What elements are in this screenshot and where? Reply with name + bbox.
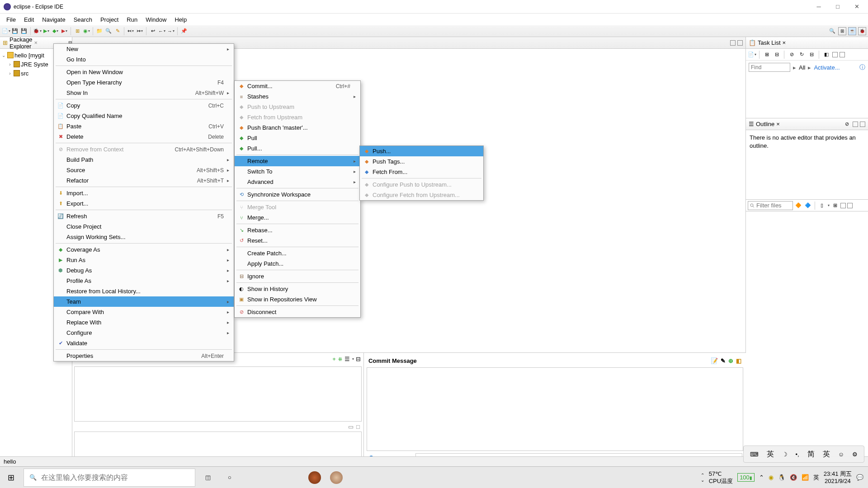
menu-item[interactable]: ⊘Disconnect [235,307,360,317]
open-type-icon[interactable]: 📁 [95,27,104,35]
menu-item[interactable]: RefactorAlt+Shift+T▸ [54,175,234,186]
menu-item[interactable]: Close Project [54,221,234,232]
task-activate-link[interactable]: Activate... [814,64,840,71]
annotation-prev-icon[interactable]: ↢▾ [127,27,135,35]
debug-icon[interactable]: 🐞▾ [33,27,41,35]
run-icon[interactable]: ▶▾ [42,27,50,35]
save-all-icon[interactable]: 💾 [20,27,28,35]
max-tasklist-icon[interactable] [840,52,845,57]
min-git-icon[interactable] [840,203,846,208]
menu-item[interactable]: Open Type HierarchyF4 [54,77,234,88]
ime-lang1[interactable]: 英 [767,450,774,459]
back-icon[interactable]: ←▾ [158,27,166,35]
menu-item[interactable]: ◆Fetch From... [360,167,483,177]
menu-item[interactable]: ◆Coverage As▸ [54,244,234,255]
hide-icon[interactable]: ◧ [822,51,830,59]
menu-item[interactable]: Create Patch... [235,248,360,258]
tray-up-icon[interactable]: ⌃ [759,474,764,481]
maximize-button[interactable]: □ [834,3,842,11]
git-ico3[interactable]: ▯ [818,202,826,210]
menu-item[interactable]: SourceAlt+Shift+S▸ [54,165,234,175]
menu-help[interactable]: Help [171,15,190,24]
ime-lang2[interactable]: 简 [807,450,815,459]
menu-item[interactable]: PropertiesAlt+Enter [54,351,234,361]
close-task-list-icon[interactable]: × [783,39,786,46]
menu-item[interactable]: ◆Push Tags... [360,156,483,167]
max-git-icon[interactable] [847,203,853,208]
max-outline-icon[interactable] [860,122,865,127]
menu-item[interactable]: 📋PasteCtrl+V [54,121,234,131]
git-ico4[interactable]: ⊞ [831,202,839,210]
filter-files-input[interactable] [748,201,793,210]
coverage-icon[interactable]: ◆▾ [51,27,59,35]
ime-smile-icon[interactable]: ☺ [838,451,844,458]
menu-item[interactable]: ⬆Export... [54,198,234,209]
menu-item[interactable]: 📄CopyCtrl+C [54,100,234,111]
menu-item[interactable]: Show InAlt+Shift+W▸ [54,88,234,98]
tray-wifi-icon[interactable]: 📶 [802,474,809,481]
search-icon[interactable]: 🔍 [104,27,113,35]
new-icon[interactable]: 📄▾ [2,27,10,35]
menu-item[interactable]: ◐Show in History [235,284,360,294]
menu-item[interactable]: ↺Reset... [235,235,360,246]
menu-item[interactable]: 📄Copy Qualified Name [54,111,234,121]
categorize-icon[interactable]: ⊞ [763,51,771,59]
menu-item[interactable]: Replace With▸ [54,317,234,328]
focus-icon[interactable]: ⊘ [788,51,796,59]
save-icon[interactable]: 💾 [11,27,19,35]
menu-item[interactable]: ◆Pull... [235,143,360,154]
menu-item[interactable]: ✔Validate [54,338,234,348]
menu-item[interactable]: Build Path▸ [54,155,234,165]
menu-item[interactable]: Assign Working Sets... [54,232,234,242]
min-tasklist-icon[interactable] [832,52,838,57]
menu-item[interactable]: ◆Push... [360,146,483,156]
stage-add-icon[interactable]: + [332,356,336,362]
menu-edit[interactable]: Edit [20,15,38,24]
commit-message-textarea[interactable] [367,367,743,451]
collapse-icon[interactable]: ⊟ [807,51,816,59]
close-button[interactable]: ✕ [853,3,861,11]
minimize-editor-icon[interactable] [730,40,736,46]
outline-focus-icon[interactable]: ⊘ [843,120,851,128]
git-ico2[interactable]: 🔷 [804,202,812,210]
pin-icon[interactable]: 📌 [180,27,188,35]
new-class-icon[interactable]: ◉▾ [82,27,90,35]
menu-item[interactable]: Compare With▸ [54,307,234,317]
forward-icon[interactable]: →▾ [167,27,175,35]
quick-access-icon[interactable]: 🔍 [828,27,836,35]
menu-item[interactable]: Go Into [54,54,234,65]
minimize-button[interactable]: ─ [815,3,823,11]
open-perspective-icon[interactable]: ⊞ [838,27,846,35]
menu-item[interactable]: Switch To▸ [235,166,360,177]
unstaged-box[interactable] [74,366,362,422]
menu-item[interactable]: Open in New Window [54,67,234,77]
menu-search[interactable]: Search [70,15,96,24]
signoff-icon[interactable]: ✎ [721,357,726,364]
task-list-tab[interactable]: 📋 Task List × [746,37,868,49]
menu-project[interactable]: Project [97,15,122,24]
min-outline-icon[interactable] [853,122,858,127]
git-ico1[interactable]: 🔶 [794,202,802,210]
menu-item[interactable]: ◆Commit...Ctrl+# [235,81,360,91]
new-package-icon[interactable]: ⊞ [73,27,81,35]
toggle-mark-icon[interactable]: ✎ [113,27,122,35]
menu-item[interactable]: ↘Rebase... [235,225,360,235]
menu-item[interactable]: Configure▸ [54,328,234,338]
outline-tab[interactable]: ☰ Outline × ⊘ [746,118,868,130]
ime-moon-icon[interactable]: ☽ [782,451,788,458]
ime-lang3[interactable]: 英 [823,450,830,459]
menu-item[interactable]: ◆Push Branch 'master'... [235,122,360,133]
tray-notifications-icon[interactable]: 💬 [856,474,863,481]
ime-gear-icon[interactable]: ⚙ [852,451,858,458]
annotation-next-icon[interactable]: ↣▾ [136,27,144,35]
menu-item[interactable]: New▸ [54,44,234,54]
cortana-button[interactable]: ○ [219,467,241,488]
tray-app-icon[interactable]: ◉ [769,474,774,481]
menu-item[interactable]: ◆Pull [235,133,360,143]
start-button[interactable]: ⊞ [0,467,22,488]
ime-toolbar[interactable]: ⌨ 英 ☽ •, 简 英 ☺ ⚙ [743,446,864,463]
menu-item[interactable]: Remote▸ [235,156,360,166]
app-1[interactable] [304,467,326,488]
task-all-link[interactable]: All [799,64,805,71]
schedule-icon[interactable]: ⊟ [773,51,781,59]
